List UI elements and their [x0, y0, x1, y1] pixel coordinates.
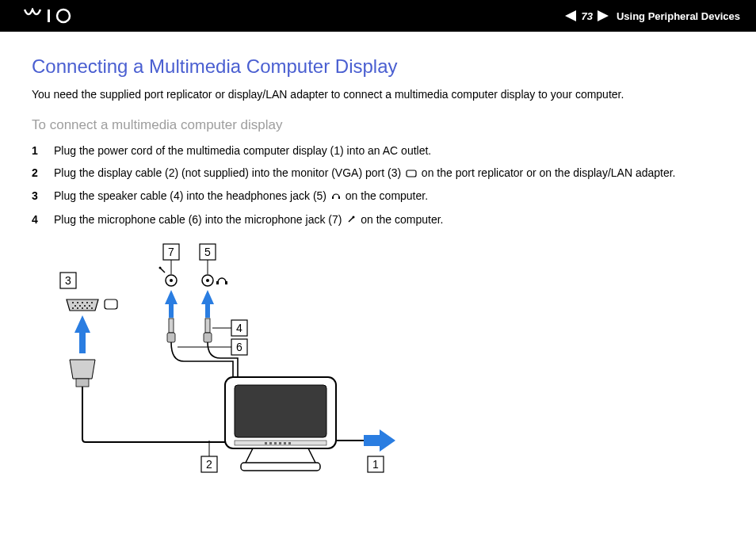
svg-point-39: [82, 307, 83, 309]
step-text: Plug the speaker cable (4) into the head…: [54, 189, 428, 202]
svg-text:2: 2: [206, 458, 212, 471]
vga-port-icon: [67, 299, 117, 311]
svg-rect-66: [284, 442, 286, 444]
diagram-label-2: 2: [201, 441, 217, 472]
svg-marker-52: [201, 290, 214, 318]
audio-plug-6: [167, 318, 175, 342]
step-item: Plug the microphone cable (6) into the m…: [32, 212, 724, 228]
svg-rect-49: [216, 281, 219, 284]
svg-marker-2: [565, 10, 576, 21]
svg-text:1: 1: [372, 458, 379, 471]
svg-point-29: [77, 302, 78, 303]
monitor-illustration: [225, 377, 336, 471]
next-page-arrow[interactable]: [598, 10, 609, 21]
header-nav: 73 Using Peripheral Devices: [565, 10, 740, 22]
svg-point-33: [74, 305, 76, 307]
svg-rect-63: [269, 442, 272, 444]
diagram-label-7: 7: [163, 244, 179, 274]
svg-point-8: [353, 216, 355, 218]
monitor-icon: [406, 166, 417, 181]
diagram-label-5: 5: [200, 244, 216, 274]
svg-point-35: [84, 305, 86, 307]
jack-7-icon: [159, 267, 178, 287]
page-heading: Connecting a Multimedia Computer Display: [32, 55, 724, 78]
headphones-icon: [331, 189, 341, 204]
svg-point-28: [72, 302, 74, 303]
svg-point-41: [91, 307, 93, 309]
svg-rect-50: [225, 281, 227, 284]
svg-rect-55: [204, 333, 212, 342]
diagram-label-4: 4: [212, 320, 247, 336]
svg-point-31: [86, 302, 88, 303]
svg-point-46: [159, 267, 162, 269]
svg-marker-69: [364, 429, 395, 452]
svg-rect-68: [241, 463, 320, 471]
arrow-into-vga: [74, 315, 90, 353]
svg-rect-57: [167, 333, 175, 342]
step-item: Plug the speaker cable (4) into the head…: [32, 188, 724, 204]
svg-rect-65: [279, 442, 281, 444]
svg-rect-5: [332, 196, 334, 199]
svg-rect-58: [76, 379, 89, 387]
step-item: Plug the power cord of the multimedia co…: [32, 143, 724, 158]
svg-text:5: 5: [204, 246, 211, 258]
svg-text:7: 7: [168, 246, 174, 258]
svg-point-44: [170, 279, 173, 282]
svg-rect-64: [274, 442, 277, 444]
arrow-power-out: [364, 429, 395, 452]
svg-text:6: 6: [236, 341, 242, 353]
step-text: Plug the microphone cable (6) into the m…: [54, 213, 444, 226]
connection-diagram: 3 7 5 4 6: [51, 242, 724, 483]
mic-cable: [171, 342, 233, 393]
prev-page-arrow[interactable]: [565, 10, 576, 21]
diagram-label-6: 6: [178, 339, 247, 355]
svg-point-32: [91, 302, 93, 303]
svg-rect-4: [407, 170, 416, 177]
subheading: To connect a multimedia computer display: [32, 117, 724, 133]
svg-point-48: [206, 279, 209, 282]
svg-point-40: [86, 307, 88, 309]
svg-point-37: [72, 307, 74, 309]
svg-point-38: [77, 307, 78, 309]
svg-point-36: [89, 305, 90, 307]
svg-text:4: 4: [236, 322, 242, 334]
steps-list: Plug the power cord of the multimedia co…: [32, 143, 724, 229]
svg-point-34: [79, 305, 81, 307]
page-number: 73: [579, 10, 594, 22]
svg-marker-53: [74, 315, 90, 353]
svg-point-30: [82, 302, 83, 303]
svg-marker-3: [598, 10, 609, 21]
step-item: Plug the display cable (2) (not supplied…: [32, 165, 724, 181]
arrow-into-jack-7: [165, 290, 178, 318]
jack-5-icon: [202, 275, 227, 286]
svg-rect-42: [105, 299, 117, 309]
svg-rect-54: [205, 318, 210, 333]
svg-point-1: [57, 10, 70, 22]
intro-text: You need the supplied port replicator or…: [32, 87, 724, 103]
vaio-logo: [24, 8, 87, 24]
diagram-label-3: 3: [60, 273, 76, 288]
step-text: Plug the display cable (2) (not supplied…: [54, 166, 676, 179]
header-bar: 73 Using Peripheral Devices: [0, 0, 756, 32]
svg-rect-62: [265, 442, 267, 444]
arrow-into-jack-5: [201, 290, 214, 318]
page-navigation: 73: [565, 10, 608, 22]
section-title: Using Peripheral Devices: [617, 10, 740, 22]
svg-rect-6: [338, 196, 340, 199]
audio-plug-4: [204, 318, 212, 342]
svg-text:3: 3: [65, 274, 71, 287]
svg-rect-0: [48, 10, 50, 22]
svg-rect-67: [288, 442, 291, 444]
microphone-icon: [346, 212, 356, 228]
svg-marker-51: [165, 290, 178, 318]
step-text: Plug the power cord of the multimedia co…: [54, 144, 431, 157]
svg-rect-60: [235, 385, 326, 437]
vga-connector: [70, 360, 95, 387]
page-content: Connecting a Multimedia Computer Display…: [0, 32, 756, 483]
vga-cable: [82, 387, 233, 442]
diagram-label-1: 1: [368, 456, 384, 472]
svg-rect-56: [169, 318, 174, 333]
